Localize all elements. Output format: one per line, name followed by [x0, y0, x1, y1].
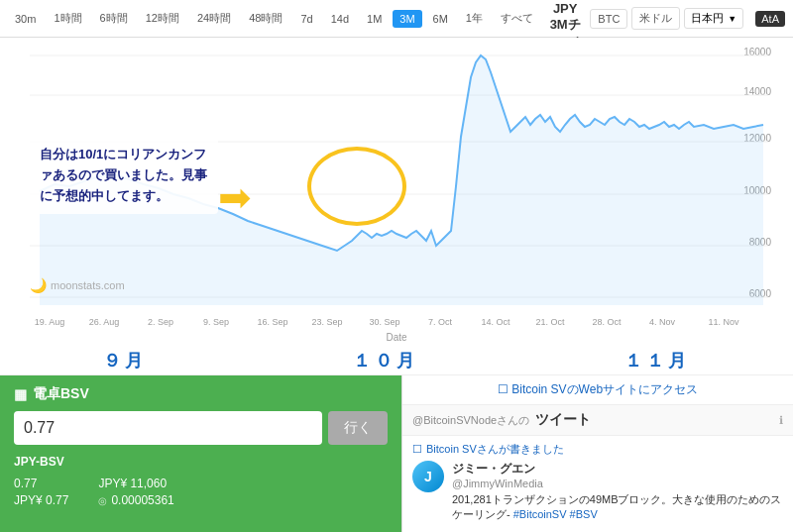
- tweet-section: @BitcoinSVNodeさんの ツイート ℹ ☐ Bitcoin SVさんが…: [402, 405, 793, 532]
- calc-result-btc: ◎ 0.00005361: [98, 493, 173, 507]
- calculator-title: 電卓BSV: [33, 385, 89, 403]
- tweet-content: ☐ Bitcoin SVさんが書きました J ジミー・グエン @JimmyWin…: [402, 436, 793, 532]
- calculator-icon: ▦: [14, 386, 27, 402]
- timeframe-6m[interactable]: 6M: [426, 10, 455, 28]
- timeframe-3m[interactable]: 3M: [393, 10, 421, 28]
- svg-text:21. Oct: 21. Oct: [535, 317, 565, 327]
- svg-text:26. Aug: 26. Aug: [89, 317, 120, 327]
- timeframe-6h[interactable]: 6時間: [93, 8, 135, 29]
- timeframe-all[interactable]: すべて: [494, 8, 540, 29]
- tweet-header: @BitcoinSVNodeさんの ツイート ℹ: [402, 405, 793, 436]
- timeframe-1y[interactable]: 1年: [459, 8, 490, 29]
- tweet-handle: @BitcoinSVNodeさんの: [412, 413, 529, 428]
- month-label-oct: １０月: [353, 349, 418, 372]
- svg-text:7. Oct: 7. Oct: [428, 317, 453, 327]
- currency-group: BTC 米ドル 日本円 ▼ AtA: [590, 7, 785, 30]
- arrow-annotation-icon: ➡: [218, 174, 252, 220]
- timeframe-48h[interactable]: 48時間: [242, 8, 289, 29]
- moonstats-watermark: 🌙 moonstats.com: [30, 277, 125, 293]
- timeframe-30m[interactable]: 30m: [8, 10, 43, 28]
- calc-result-jpy-in: JPY¥ 0.77: [14, 493, 68, 507]
- timeframe-7d[interactable]: 7d: [293, 10, 319, 28]
- timeframe-24h[interactable]: 24時間: [190, 8, 238, 29]
- tweeter-name: ジミー・グエン: [452, 461, 783, 478]
- timeframe-12h[interactable]: 12時間: [139, 8, 186, 29]
- right-panel: ☐ Bitcoin SVのWebサイトにアクセス @BitcoinSVNodeさ…: [401, 375, 793, 532]
- currency-usd[interactable]: 米ドル: [631, 7, 680, 30]
- calculator-panel: ▦ 電卓BSV 行く JPY-BSV 0.77 JPY¥ 0.77 JPY¥ 1…: [0, 375, 401, 532]
- bottom-section: ▦ 電卓BSV 行く JPY-BSV 0.77 JPY¥ 0.77 JPY¥ 1…: [0, 375, 793, 532]
- tweet-info-icon: ℹ: [779, 414, 783, 427]
- calculator-header: ▦ 電卓BSV: [14, 385, 388, 403]
- month-label-nov: １１月: [624, 349, 690, 372]
- currency-btc[interactable]: BTC: [590, 9, 627, 29]
- tweet-text-col: ジミー・グエン @JimmyWinMedia 201,281トランザクションの4…: [452, 461, 783, 523]
- calculator-input-row: 行く: [14, 411, 388, 445]
- dropdown-arrow-icon: ▼: [728, 14, 736, 24]
- ata-badge: AtA: [755, 11, 785, 27]
- month-labels-bar: ９月 １０月 １１月: [0, 345, 793, 375]
- svg-text:23. Sep: 23. Sep: [311, 317, 342, 327]
- svg-text:Date: Date: [386, 332, 407, 343]
- svg-text:30. Sep: 30. Sep: [369, 317, 399, 327]
- svg-text:9. Sep: 9. Sep: [203, 317, 229, 327]
- tweet-body: 201,281トランザクションの49MBブロック。大きな使用のためのスケーリング…: [452, 492, 783, 523]
- svg-text:14. Oct: 14. Oct: [481, 317, 510, 327]
- month-label-sep: ９月: [103, 349, 147, 372]
- retweet-icon: ☐: [412, 443, 422, 456]
- svg-text:16. Sep: 16. Sep: [257, 317, 287, 327]
- tweet-section-label: ツイート: [535, 411, 591, 429]
- tweet-avatar-row: J ジミー・グエン @JimmyWinMedia 201,281トランザクション…: [412, 461, 783, 523]
- timeframe-1m[interactable]: 1M: [360, 10, 389, 28]
- tweet-source: ☐ Bitcoin SVさんが書きました: [412, 442, 783, 457]
- svg-text:11. Nov: 11. Nov: [708, 317, 739, 327]
- avatar: J: [412, 461, 444, 492]
- calculator-results: 0.77 JPY¥ 0.77 JPY¥ 11,060 ◎ 0.00005361: [14, 477, 388, 507]
- tweeter-handle: @JimmyWinMedia: [452, 478, 783, 489]
- calc-col-left: 0.77 JPY¥ 0.77: [14, 477, 68, 507]
- calc-result-jpy-out: JPY¥ 11,060: [98, 477, 173, 490]
- calculator-go-button[interactable]: 行く: [328, 411, 388, 445]
- website-link[interactable]: ☐ Bitcoin SVのWebサイトにアクセス: [402, 375, 793, 405]
- svg-text:19. Aug: 19. Aug: [35, 317, 65, 327]
- calc-col-right: JPY¥ 11,060 ◎ 0.00005361: [98, 477, 173, 507]
- timeframe-1h[interactable]: 1時間: [47, 8, 88, 29]
- calculator-input[interactable]: [14, 411, 322, 445]
- annotation-text: 自分は10/1にコリアンカンファあるので買いました。見事に予想的中してます。: [30, 137, 218, 214]
- svg-text:28. Oct: 28. Oct: [592, 317, 622, 327]
- btc-icon: ◎: [98, 495, 107, 506]
- currency-jpy-dropdown[interactable]: 日本円 ▼: [684, 8, 743, 29]
- calculator-pair: JPY-BSV: [14, 455, 388, 469]
- moon-icon: 🌙: [30, 277, 47, 293]
- timeframe-14d[interactable]: 14d: [324, 10, 356, 28]
- svg-text:4. Nov: 4. Nov: [649, 317, 676, 327]
- calc-result-bsv: 0.77: [14, 477, 68, 490]
- chart-area: 16000 14000 12000 10000 8000 6000 19. Au…: [0, 38, 793, 345]
- svg-text:2. Sep: 2. Sep: [148, 317, 173, 327]
- top-nav: 30m 1時間 6時間 12時間 24時間 48時間 7d 14d 1M 3M …: [0, 0, 793, 38]
